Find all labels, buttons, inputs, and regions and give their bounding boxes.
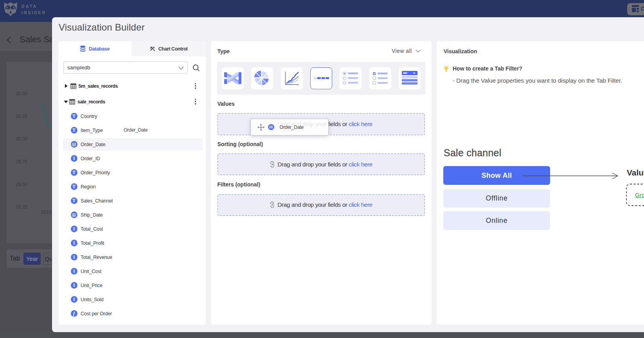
svg-text:Tab: Tab [313,77,317,80]
